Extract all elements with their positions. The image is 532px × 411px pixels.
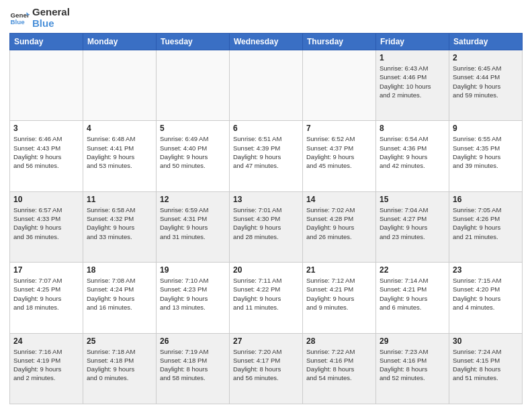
day-number: 16 (453, 195, 519, 204)
day-number: 15 (380, 195, 445, 204)
day-number: 7 (306, 124, 372, 133)
day-info: Sunrise: 6:46 AMSunset: 4:43 PMDaylight:… (13, 134, 79, 170)
day-cell: 29Sunrise: 7:23 AMSunset: 4:16 PMDayligh… (376, 333, 449, 404)
day-number: 17 (13, 265, 79, 275)
day-info: Sunrise: 7:19 AMSunset: 4:18 PMDaylight:… (160, 347, 226, 383)
weekday-wednesday: Wednesday (230, 34, 303, 50)
day-cell: 20Sunrise: 7:11 AMSunset: 4:22 PMDayligh… (230, 263, 303, 333)
day-info: Sunrise: 6:59 AMSunset: 4:31 PMDaylight:… (160, 205, 226, 241)
day-cell: 14Sunrise: 7:02 AMSunset: 4:28 PMDayligh… (303, 191, 376, 262)
day-number: 19 (160, 265, 226, 275)
day-number: 18 (87, 265, 152, 275)
header: General Blue General Blue (9, 7, 523, 29)
day-info: Sunrise: 7:15 AMSunset: 4:20 PMDaylight:… (453, 276, 519, 312)
day-number: 29 (380, 336, 445, 346)
day-info: Sunrise: 6:58 AMSunset: 4:32 PMDaylight:… (87, 205, 152, 241)
day-number: 11 (87, 195, 152, 204)
day-cell: 18Sunrise: 7:08 AMSunset: 4:24 PMDayligh… (83, 263, 157, 333)
day-info: Sunrise: 7:14 AMSunset: 4:21 PMDaylight:… (380, 276, 445, 312)
day-cell: 28Sunrise: 7:22 AMSunset: 4:16 PMDayligh… (303, 333, 376, 404)
week-row-5: 24Sunrise: 7:16 AMSunset: 4:19 PMDayligh… (10, 333, 523, 404)
page: General Blue General Blue SundayMondayTu… (0, 0, 532, 411)
weekday-monday: Monday (83, 34, 157, 50)
day-number: 12 (160, 195, 226, 204)
day-number: 24 (13, 336, 79, 346)
day-info: Sunrise: 6:45 AMSunset: 4:44 PMDaylight:… (453, 64, 519, 99)
day-cell: 8Sunrise: 6:54 AMSunset: 4:36 PMDaylight… (376, 121, 449, 191)
week-row-1: 1Sunrise: 6:43 AMSunset: 4:46 PMDaylight… (10, 50, 523, 121)
day-info: Sunrise: 7:08 AMSunset: 4:24 PMDaylight:… (87, 276, 152, 312)
svg-text:Blue: Blue (11, 18, 26, 26)
day-cell: 12Sunrise: 6:59 AMSunset: 4:31 PMDayligh… (157, 191, 230, 262)
day-info: Sunrise: 7:16 AMSunset: 4:19 PMDaylight:… (13, 347, 79, 383)
day-cell: 25Sunrise: 7:18 AMSunset: 4:18 PMDayligh… (83, 333, 157, 404)
day-info: Sunrise: 7:12 AMSunset: 4:21 PMDaylight:… (306, 276, 372, 312)
day-info: Sunrise: 7:24 AMSunset: 4:15 PMDaylight:… (453, 347, 519, 383)
day-cell (303, 50, 376, 121)
day-number: 13 (233, 195, 299, 204)
weekday-sunday: Sunday (10, 34, 83, 50)
day-number: 1 (380, 53, 445, 62)
day-cell (10, 50, 83, 121)
logo-text: General (32, 7, 70, 18)
day-info: Sunrise: 6:52 AMSunset: 4:37 PMDaylight:… (306, 134, 372, 170)
day-cell: 27Sunrise: 7:20 AMSunset: 4:17 PMDayligh… (230, 333, 303, 404)
day-number: 23 (453, 265, 519, 275)
day-cell: 13Sunrise: 7:01 AMSunset: 4:30 PMDayligh… (230, 191, 303, 262)
day-info: Sunrise: 7:07 AMSunset: 4:25 PMDaylight:… (13, 276, 79, 312)
calendar-body: 1Sunrise: 6:43 AMSunset: 4:46 PMDaylight… (10, 50, 523, 404)
logo-icon: General Blue (9, 8, 30, 28)
day-info: Sunrise: 6:43 AMSunset: 4:46 PMDaylight:… (380, 64, 445, 99)
logo: General Blue General Blue (9, 7, 70, 29)
day-number: 5 (160, 124, 226, 133)
day-number: 4 (87, 124, 152, 133)
day-number: 22 (380, 265, 445, 275)
week-row-3: 10Sunrise: 6:57 AMSunset: 4:33 PMDayligh… (10, 191, 523, 262)
day-info: Sunrise: 6:55 AMSunset: 4:35 PMDaylight:… (453, 134, 519, 170)
day-info: Sunrise: 7:04 AMSunset: 4:27 PMDaylight:… (380, 205, 445, 241)
day-info: Sunrise: 7:10 AMSunset: 4:23 PMDaylight:… (160, 276, 226, 312)
day-info: Sunrise: 6:54 AMSunset: 4:36 PMDaylight:… (380, 134, 445, 170)
day-info: Sunrise: 7:18 AMSunset: 4:18 PMDaylight:… (87, 347, 152, 383)
day-number: 3 (13, 124, 79, 133)
day-info: Sunrise: 6:49 AMSunset: 4:40 PMDaylight:… (160, 134, 226, 170)
day-cell: 7Sunrise: 6:52 AMSunset: 4:37 PMDaylight… (303, 121, 376, 191)
week-row-2: 3Sunrise: 6:46 AMSunset: 4:43 PMDaylight… (10, 121, 523, 191)
day-cell (157, 50, 230, 121)
day-info: Sunrise: 6:48 AMSunset: 4:41 PMDaylight:… (87, 134, 152, 170)
day-cell: 1Sunrise: 6:43 AMSunset: 4:46 PMDaylight… (376, 50, 449, 121)
day-number: 26 (160, 336, 226, 346)
day-cell: 5Sunrise: 6:49 AMSunset: 4:40 PMDaylight… (157, 121, 230, 191)
calendar-table: SundayMondayTuesdayWednesdayThursdayFrid… (9, 33, 523, 404)
day-cell: 23Sunrise: 7:15 AMSunset: 4:20 PMDayligh… (449, 263, 523, 333)
day-cell: 24Sunrise: 7:16 AMSunset: 4:19 PMDayligh… (10, 333, 83, 404)
day-cell: 10Sunrise: 6:57 AMSunset: 4:33 PMDayligh… (10, 191, 83, 262)
day-number: 27 (233, 336, 299, 346)
day-number: 10 (13, 195, 79, 204)
day-info: Sunrise: 7:22 AMSunset: 4:16 PMDaylight:… (306, 347, 372, 383)
weekday-friday: Friday (376, 34, 449, 50)
day-cell: 2Sunrise: 6:45 AMSunset: 4:44 PMDaylight… (449, 50, 523, 121)
day-cell: 3Sunrise: 6:46 AMSunset: 4:43 PMDaylight… (10, 121, 83, 191)
day-cell: 22Sunrise: 7:14 AMSunset: 4:21 PMDayligh… (376, 263, 449, 333)
day-info: Sunrise: 6:51 AMSunset: 4:39 PMDaylight:… (233, 134, 299, 170)
day-number: 14 (306, 195, 372, 204)
day-cell: 30Sunrise: 7:24 AMSunset: 4:15 PMDayligh… (449, 333, 523, 404)
day-cell: 9Sunrise: 6:55 AMSunset: 4:35 PMDaylight… (449, 121, 523, 191)
day-cell: 4Sunrise: 6:48 AMSunset: 4:41 PMDaylight… (83, 121, 157, 191)
day-cell: 17Sunrise: 7:07 AMSunset: 4:25 PMDayligh… (10, 263, 83, 333)
weekday-tuesday: Tuesday (157, 34, 230, 50)
day-number: 21 (306, 265, 372, 275)
day-cell: 19Sunrise: 7:10 AMSunset: 4:23 PMDayligh… (157, 263, 230, 333)
day-number: 9 (453, 124, 519, 133)
day-number: 20 (233, 265, 299, 275)
day-number: 25 (87, 336, 152, 346)
day-number: 28 (306, 336, 372, 346)
weekday-saturday: Saturday (449, 34, 523, 50)
day-number: 8 (380, 124, 445, 133)
day-cell: 15Sunrise: 7:04 AMSunset: 4:27 PMDayligh… (376, 191, 449, 262)
day-cell: 16Sunrise: 7:05 AMSunset: 4:26 PMDayligh… (449, 191, 523, 262)
day-info: Sunrise: 7:01 AMSunset: 4:30 PMDaylight:… (233, 205, 299, 241)
day-number: 30 (453, 336, 519, 346)
day-info: Sunrise: 7:20 AMSunset: 4:17 PMDaylight:… (233, 347, 299, 383)
